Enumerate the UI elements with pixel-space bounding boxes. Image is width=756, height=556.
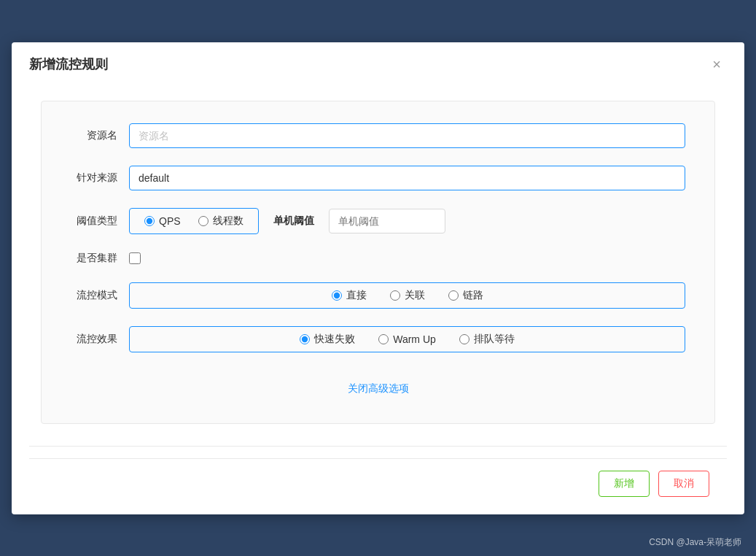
flow-mode-label: 流控模式 [71,289,129,302]
flow-effect-row: 流控效果 快速失败 Warm Up 排队等待 [71,326,685,352]
modal-footer: 新增 取消 [29,458,727,514]
qps-radio[interactable] [144,216,155,226]
threshold-content: QPS 线程数 单机阈值 [129,208,685,234]
watermark: CSDN @Java-呆萌老师 [649,536,741,549]
advanced-options-link[interactable]: 关闭高级选项 [348,382,409,394]
add-button[interactable]: 新增 [599,471,650,497]
fast-fail-label: 快速失败 [314,333,355,346]
direct-label: 直接 [346,289,367,302]
direct-radio[interactable] [332,290,342,301]
warm-up-option[interactable]: Warm Up [378,333,436,345]
resource-name-row: 资源名 [71,123,685,148]
cluster-row: 是否集群 [71,252,685,265]
single-threshold-label: 单机阈值 [273,215,314,228]
queue-radio[interactable] [459,334,469,344]
fast-fail-option[interactable]: 快速失败 [300,333,355,346]
related-option[interactable]: 关联 [390,289,425,302]
cluster-checkbox[interactable] [129,252,141,264]
flow-effect-group: 快速失败 Warm Up 排队等待 [129,326,685,352]
source-input-wrapper [129,166,685,190]
single-threshold-input[interactable] [329,209,445,233]
fast-fail-radio[interactable] [300,334,310,344]
flow-mode-group: 直接 关联 链路 [129,282,685,309]
thread-label: 线程数 [213,215,243,228]
related-label: 关联 [405,289,425,302]
chain-radio[interactable] [448,290,459,301]
related-radio[interactable] [390,290,400,301]
resource-name-label: 资源名 [71,129,129,142]
modal-title: 新增流控规则 [29,55,108,73]
queue-label: 排队等待 [474,333,515,346]
flow-mode-row: 流控模式 直接 关联 链路 [71,282,685,309]
chain-option[interactable]: 链路 [448,289,483,302]
direct-option[interactable]: 直接 [332,289,367,302]
close-button[interactable]: × [706,54,727,74]
chain-label: 链路 [463,289,483,302]
cluster-label: 是否集群 [71,252,129,265]
cluster-checkbox-wrapper [129,252,141,264]
resource-name-input[interactable] [129,123,685,148]
warm-up-label: Warm Up [393,333,436,345]
modal-header: 新增流控规则 × [12,42,744,86]
qps-label: QPS [159,215,181,227]
thread-option[interactable]: 线程数 [198,215,243,228]
resource-name-input-wrapper [129,123,685,148]
queue-option[interactable]: 排队等待 [459,333,515,346]
form-card: 资源名 针对来源 阈值类型 QPS [41,101,715,424]
threshold-type-group: QPS 线程数 [129,208,259,234]
modal-body: 资源名 针对来源 阈值类型 QPS [12,86,744,446]
footer-divider [29,446,727,447]
advanced-options-link-wrapper: 关闭高级选项 [71,370,685,401]
threshold-type-row: 阈值类型 QPS 线程数 单机阈值 [71,208,685,234]
modal-dialog: 新增流控规则 × 资源名 针对来源 阈值类型 [12,42,744,514]
source-row: 针对来源 [71,166,685,190]
source-label: 针对来源 [71,171,129,185]
source-input[interactable] [129,166,685,190]
flow-effect-label: 流控效果 [71,333,129,346]
warm-up-radio[interactable] [378,334,389,344]
cancel-button[interactable]: 取消 [658,471,709,497]
qps-option[interactable]: QPS [144,215,181,227]
thread-radio[interactable] [198,216,209,226]
threshold-type-label: 阈值类型 [71,215,129,228]
